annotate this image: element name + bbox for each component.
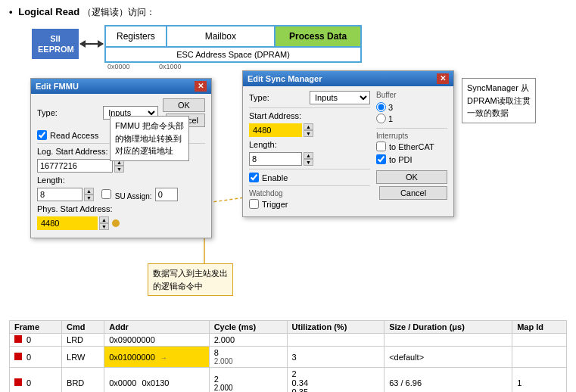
fmmu-read-access-label: Read Access xyxy=(50,131,98,140)
row3-cycle: 2 2.000 xyxy=(209,368,287,393)
sync-buffer-option1-row: 3 xyxy=(376,102,447,112)
row1-addr: 0x09000000 xyxy=(104,334,209,347)
table-annotation: 数据写入到主站发出 的逻辑命令中 xyxy=(148,263,233,296)
sync-to-pdi-label: to PDI xyxy=(389,155,413,164)
sync-start-spin-down[interactable]: ▼ xyxy=(304,130,313,137)
sync-ok-button[interactable]: OK xyxy=(376,170,447,184)
row1-frame: 0 xyxy=(10,334,62,347)
table-row: 0 BRD 0x0000 0x0130 2 2.000 2 0.34 0.35 … xyxy=(10,368,567,393)
fmmu-length-spin-down[interactable]: ▼ xyxy=(84,194,94,201)
sync-cancel-button[interactable]: Cancel xyxy=(379,186,447,200)
col-frame: Frame xyxy=(10,321,62,334)
row1-cycle: 2.000 xyxy=(209,334,287,347)
sync-buffer-3-radio[interactable] xyxy=(376,102,386,112)
row3-addr: 0x0000 0x0130 xyxy=(104,368,209,393)
fmmu-log-start-spin-down[interactable]: ▼ xyxy=(114,166,124,173)
sync-buffer-1-radio[interactable] xyxy=(376,114,386,123)
sync-trigger-checkbox[interactable] xyxy=(249,199,259,209)
table-row: 0 LRD 0x09000000 2.000 xyxy=(10,334,567,347)
row3-indicator xyxy=(14,378,22,386)
section-title: • Logical Read （逻辑读）访问： xyxy=(9,6,567,19)
fmmu-close-button[interactable]: ✕ xyxy=(195,81,207,92)
sync-length-spin-down[interactable]: ▼ xyxy=(304,159,313,166)
sync-annotation: SyncManager 从 DPRAM读取注贯 一致的数据 xyxy=(462,78,536,123)
addr-0x0000: 0x0000 xyxy=(107,63,159,70)
col-addr: Addr xyxy=(104,321,209,334)
sync-buffer-radio-group: 3 1 xyxy=(376,102,447,125)
sync-title-bar: Edit Sync Manager ✕ xyxy=(243,71,453,86)
data-table: Frame Cmd Addr Cycle (ms) Utilization (%… xyxy=(9,320,567,392)
sync-watchdog-section-label: Watchdog xyxy=(249,189,370,198)
fmmu-phys-start-row: Phys. Start Address: xyxy=(37,204,205,213)
sync-start-addr-input-row: ▲ ▼ xyxy=(249,123,370,137)
sync-length-row: Length: xyxy=(249,140,370,149)
sync-buffer-option2-row: 1 xyxy=(376,114,447,123)
row2-indicator xyxy=(14,353,22,360)
sync-enable-checkbox[interactable] xyxy=(249,173,259,182)
row2-mapid xyxy=(512,347,567,368)
row3-frame: 0 xyxy=(10,368,62,393)
table-header-row: Frame Cmd Addr Cycle (ms) Utilization (%… xyxy=(10,321,567,334)
sync-length-input-row: ▲ ▼ xyxy=(249,152,370,166)
fmmu-length-label: Length: xyxy=(37,176,120,185)
row2-utilization: 3 xyxy=(287,347,385,368)
sync-length-spin-up[interactable]: ▲ xyxy=(304,152,313,159)
fmmu-annotation: FMMU 把命令头部 的物理地址转换到 对应的逻辑地址 xyxy=(110,116,189,161)
phys-addr-indicator xyxy=(112,219,120,227)
sync-body: Type: Inputs Start Address: ▲ ▼ xyxy=(243,86,453,216)
fmmu-log-start-input-row: ▲ ▼ xyxy=(37,159,205,173)
fmmu-phys-spin-down[interactable]: ▼ xyxy=(99,223,109,230)
sync-to-pdi-checkbox[interactable] xyxy=(376,154,386,164)
fmmu-length-spin-up[interactable]: ▲ xyxy=(84,188,94,194)
sync-to-ethercat-row: to EtherCAT xyxy=(376,142,447,151)
fmmu-phys-start-input[interactable] xyxy=(37,216,98,230)
sync-to-ethercat-label: to EtherCAT xyxy=(389,142,434,151)
fmmu-read-access-checkbox[interactable] xyxy=(37,130,47,140)
fmmu-su-assign-input[interactable] xyxy=(155,188,178,201)
fmmu-phys-start-label: Phys. Start Address: xyxy=(37,204,120,213)
row2-addr: 0x01000000 → xyxy=(104,347,209,368)
sync-start-addr-input[interactable] xyxy=(249,123,302,137)
sync-start-spin-up[interactable]: ▲ xyxy=(304,123,313,130)
bidirectional-arrow xyxy=(80,43,103,45)
table-row: 0 LRW 0x01000000 → 8 2.000 3 <default> xyxy=(10,347,567,368)
fmmu-length-input[interactable] xyxy=(37,188,83,201)
row3-utilization: 2 0.34 0.35 xyxy=(287,368,385,393)
row2-arrow: → xyxy=(160,354,167,362)
col-size-duration: Size / Duration (μs) xyxy=(385,321,512,334)
bullet: • xyxy=(9,6,13,17)
sync-length-input[interactable] xyxy=(249,152,302,166)
sync-length-label: Length: xyxy=(249,140,310,149)
sync-type-select[interactable]: Inputs xyxy=(310,91,370,104)
fmmu-length-input-row: ▲ ▼ SU Assign: xyxy=(37,188,205,201)
sync-close-button[interactable]: ✕ xyxy=(437,73,449,84)
sync-type-row: Type: Inputs xyxy=(249,91,370,104)
sync-trigger-label: Trigger xyxy=(262,200,288,209)
sync-to-ethercat-checkbox[interactable] xyxy=(376,142,386,151)
sync-interrupts-section-label: Interrupts xyxy=(376,132,447,140)
top-section: • Logical Read （逻辑读）访问： SII EEPROM Regis… xyxy=(0,0,576,70)
row2-size: <default> xyxy=(385,347,512,368)
fmmu-title-bar: Edit FMMU ✕ xyxy=(31,79,211,94)
sync-start-addr-row: Start Address: xyxy=(249,111,370,120)
row1-mapid xyxy=(512,334,567,347)
col-cmd: Cmd xyxy=(62,321,104,334)
fmmu-su-assign-checkbox[interactable] xyxy=(101,189,111,199)
sync-title: Edit Sync Manager xyxy=(248,74,322,83)
row2-frame: 0 xyxy=(10,347,62,368)
sync-trigger-row: Trigger xyxy=(249,199,370,209)
sii-eeprom-box: SII EEPROM xyxy=(32,29,79,60)
row2-cycle: 8 2.000 xyxy=(209,347,287,368)
fmmu-phys-spin-up[interactable]: ▲ xyxy=(99,216,109,223)
edit-sync-dialog: Edit Sync Manager ✕ Type: Inputs Start A… xyxy=(242,70,454,217)
col-utilization: Utilization (%) xyxy=(287,321,385,334)
addr-0x1000: 0x1000 xyxy=(159,63,182,70)
col-cycle: Cycle (ms) xyxy=(209,321,287,334)
row1-utilization xyxy=(287,334,385,347)
data-table-section: Frame Cmd Addr Cycle (ms) Utilization (%… xyxy=(0,320,576,392)
fmmu-title: Edit FMMU xyxy=(36,82,79,91)
row1-size xyxy=(385,334,512,347)
process-data-box: Process Data xyxy=(276,26,360,46)
fmmu-ok-button[interactable]: OK xyxy=(163,98,205,112)
fmmu-log-start-input[interactable] xyxy=(37,159,113,173)
